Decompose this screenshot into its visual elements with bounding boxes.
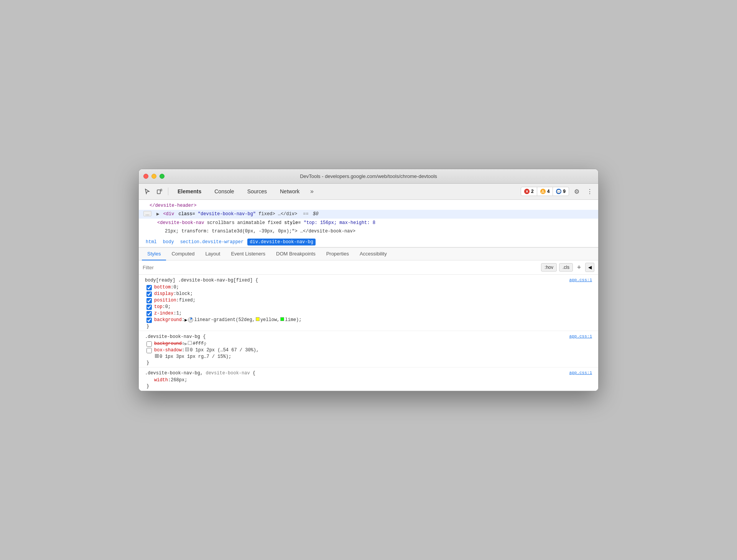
css-rules: body[ready] .devsite-book-nav-bg[fixed] … (139, 275, 598, 391)
tab-styles[interactable]: Styles (142, 248, 166, 260)
css-source-1[interactable]: app.css:1 (569, 278, 592, 282)
tab-dom-breakpoints[interactable]: DOM Breakpoints (271, 248, 321, 260)
yellow-swatch[interactable] (256, 317, 260, 321)
device-toggle-button[interactable] (154, 186, 165, 197)
swatch-boxshadow1[interactable] (185, 348, 189, 351)
html-line-3: <devsite-book-nav scrollbars animatable … (139, 219, 598, 227)
error-badge[interactable]: ✕ 2 (521, 187, 537, 196)
prop-display-checkbox[interactable] (146, 292, 152, 297)
css-prop-width: width: 268px; (145, 377, 592, 383)
css-prop-zindex: z-index: 1; (145, 311, 592, 316)
tab-event-listeners[interactable]: Event Listeners (225, 248, 271, 260)
prop-position-checkbox[interactable] (146, 298, 152, 303)
svg-rect-1 (161, 189, 162, 191)
collapse-button[interactable]: … (143, 211, 151, 216)
swatch-boxshadow2[interactable] (155, 354, 159, 358)
breadcrumb-div[interactable]: div.devsite-book-nav-bg (247, 239, 316, 245)
html-panel: </devsite-header> … ▶ <div class= "devsi… (139, 200, 598, 248)
expand-icon-2[interactable]: ▶ (184, 341, 187, 347)
tab-accessibility[interactable]: Accessibility (354, 248, 392, 260)
prop-bg2-checkbox[interactable] (146, 341, 152, 347)
prop-zindex-checkbox[interactable] (146, 311, 152, 316)
html-tag: </devsite-header> (150, 203, 196, 208)
breadcrumb-html[interactable]: html (143, 239, 159, 245)
css-prop-bottom: bottom: 0; (145, 285, 592, 290)
css-source-2[interactable]: app.css:1 (569, 334, 592, 339)
css-rule-close-3: } (145, 384, 592, 389)
settings-button[interactable]: ⚙ (571, 186, 582, 197)
css-selector-3: .devsite-book-nav-bg, devsite-book-nav { (145, 371, 255, 376)
css-prop-position: position: fixed; (145, 298, 592, 303)
toggle-sidebar-button[interactable]: ◀ (585, 263, 594, 272)
tab-computed[interactable]: Computed (166, 248, 200, 260)
svg-rect-0 (157, 190, 160, 194)
warning-count: 4 (547, 189, 550, 194)
filter-input[interactable] (143, 265, 538, 270)
info-badge[interactable]: 💬 9 (553, 187, 569, 196)
toolbar-tabs: Elements Console Sources Network » (171, 186, 519, 197)
devtools-window: DevTools - developers.google.com/web/too… (138, 169, 599, 392)
css-prop-boxshadow2: 0 1px 3px 1px rg…7 / 15%); (145, 354, 592, 359)
css-rule-close-1: } (145, 324, 592, 329)
html-line-1: </devsite-header> (139, 201, 598, 210)
styles-panel: Styles Computed Layout Event Listeners D… (139, 248, 598, 391)
breadcrumb-section[interactable]: section.devsite-wrapper (178, 239, 246, 245)
breadcrumb: html body section.devsite-wrapper div.de… (139, 237, 598, 247)
hov-button[interactable]: :hov (541, 263, 557, 272)
prop-top-checkbox[interactable] (146, 305, 152, 310)
css-prop-background: background: ▶ linear-gradient( 52deg, ye… (145, 317, 592, 323)
lime-swatch[interactable] (280, 317, 284, 321)
tab-elements[interactable]: Elements (171, 186, 207, 197)
css-rule-3: .devsite-book-nav-bg, devsite-book-nav {… (139, 367, 598, 391)
css-rule-header-3: .devsite-book-nav-bg, devsite-book-nav {… (145, 371, 592, 376)
maximize-button[interactable] (160, 174, 165, 179)
css-rule-header-1: body[ready] .devsite-book-nav-bg[fixed] … (145, 278, 592, 283)
more-options-button[interactable]: ⋮ (584, 186, 595, 197)
css-selector-2: .devsite-book-nav-bg { (145, 334, 206, 339)
cursor-tool-button[interactable] (142, 186, 153, 197)
window-title: DevTools - developers.google.com/web/too… (300, 173, 437, 179)
tab-layout[interactable]: Layout (200, 248, 225, 260)
warning-icon: ⚠ (540, 189, 546, 194)
css-prop-display: display: block; (145, 291, 592, 297)
badge-group: ✕ 2 ⚠ 4 💬 9 (521, 187, 569, 196)
breadcrumb-body[interactable]: body (161, 239, 176, 245)
tab-sources[interactable]: Sources (241, 186, 273, 197)
close-button[interactable] (143, 174, 148, 179)
white-swatch[interactable] (188, 341, 192, 345)
html-line-2: … ▶ <div class= "devsite-book-nav-bg" fi… (139, 210, 598, 218)
cls-button[interactable]: .cls (559, 263, 573, 272)
css-rule-close-2: } (145, 360, 592, 366)
styles-filter-bar: :hov .cls + ◀ (139, 260, 598, 275)
more-tabs-button[interactable]: » (306, 186, 317, 197)
css-selector-1: body[ready] .devsite-book-nav-bg[fixed] … (145, 278, 258, 283)
info-count: 9 (563, 189, 566, 194)
css-source-3[interactable]: app.css:1 (569, 371, 592, 375)
tab-properties[interactable]: Properties (321, 248, 354, 260)
expand-triangle[interactable]: ▶ (156, 212, 160, 216)
css-prop-bg2: background: ▶ #fff; (145, 341, 592, 347)
filter-actions: :hov .cls + ◀ (541, 263, 594, 272)
css-rule-1: body[ready] .devsite-book-nav-bg[fixed] … (139, 275, 598, 331)
titlebar: DevTools - developers.google.com/web/too… (139, 169, 598, 184)
prop-background-checkbox[interactable] (146, 318, 152, 323)
error-icon: ✕ (524, 189, 530, 194)
styles-tabs: Styles Computed Layout Event Listeners D… (139, 248, 598, 260)
tab-network[interactable]: Network (274, 186, 306, 197)
toolbar-divider (168, 188, 168, 195)
gradient-expand-icon[interactable]: ▶ (184, 317, 187, 323)
traffic-lights (143, 174, 165, 179)
tab-console[interactable]: Console (208, 186, 240, 197)
toolbar-right: ✕ 2 ⚠ 4 💬 9 ⚙ ⋮ (521, 186, 595, 197)
angle-value: 52deg, (239, 317, 255, 323)
html-line-4: 21px; transform: translate3d(0px, -39px,… (139, 227, 598, 236)
css-prop-top: top: 0; (145, 304, 592, 310)
prop-bottom-checkbox[interactable] (146, 285, 152, 290)
warning-badge[interactable]: ⚠ 4 (537, 187, 553, 196)
error-count: 2 (531, 189, 534, 194)
add-style-rule-button[interactable]: + (575, 264, 583, 271)
prop-boxshadow-checkbox[interactable] (146, 348, 152, 353)
angle-clock-icon[interactable] (188, 317, 193, 323)
css-rule-header-2: .devsite-book-nav-bg { app.css:1 (145, 334, 592, 339)
minimize-button[interactable] (151, 174, 156, 179)
